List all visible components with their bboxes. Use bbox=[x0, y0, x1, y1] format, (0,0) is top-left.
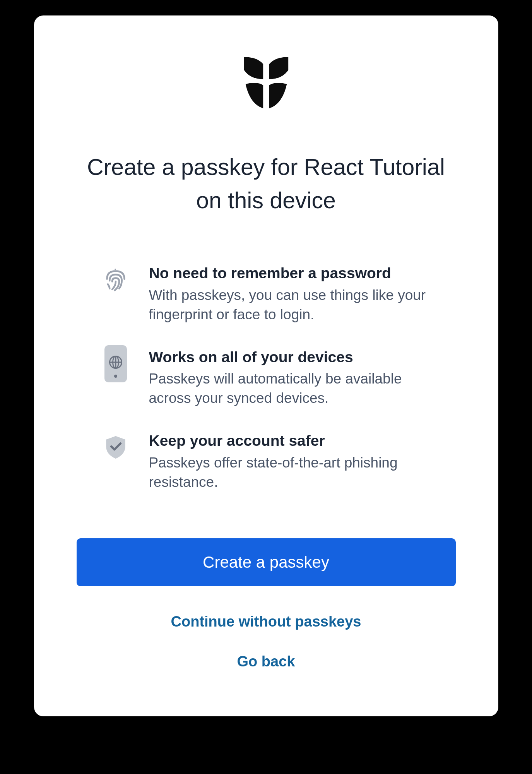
create-passkey-button[interactable]: Create a passkey bbox=[77, 538, 456, 586]
page-title: Create a passkey for React Tutorial on t… bbox=[77, 151, 456, 217]
benefit-item: Works on all of your devices Passkeys wi… bbox=[102, 348, 448, 408]
benefit-title: Works on all of your devices bbox=[149, 348, 448, 367]
benefit-description: Passkeys offer state-of-the-art phishing… bbox=[149, 453, 448, 492]
benefit-title: Keep your account safer bbox=[149, 431, 448, 451]
go-back-link[interactable]: Go back bbox=[77, 653, 456, 670]
benefit-description: With passkeys, you can use things like y… bbox=[149, 286, 448, 324]
benefit-text: Keep your account safer Passkeys offer s… bbox=[149, 431, 448, 492]
benefits-list: No need to remember a password With pass… bbox=[77, 264, 456, 492]
benefit-description: Passkeys will automatically be available… bbox=[149, 369, 448, 408]
passkey-card: Create a passkey for React Tutorial on t… bbox=[34, 15, 498, 716]
benefit-item: Keep your account safer Passkeys offer s… bbox=[102, 431, 448, 492]
benefit-title: No need to remember a password bbox=[149, 264, 448, 283]
benefit-text: Works on all of your devices Passkeys wi… bbox=[149, 348, 448, 408]
benefit-text: No need to remember a password With pass… bbox=[149, 264, 448, 324]
shield-logo-icon bbox=[77, 54, 456, 116]
shield-check-icon bbox=[102, 433, 130, 461]
fingerprint-icon bbox=[102, 266, 130, 294]
svg-point-0 bbox=[115, 269, 116, 270]
continue-without-passkeys-link[interactable]: Continue without passkeys bbox=[77, 613, 456, 630]
device-icon bbox=[102, 350, 130, 378]
benefit-item: No need to remember a password With pass… bbox=[102, 264, 448, 324]
